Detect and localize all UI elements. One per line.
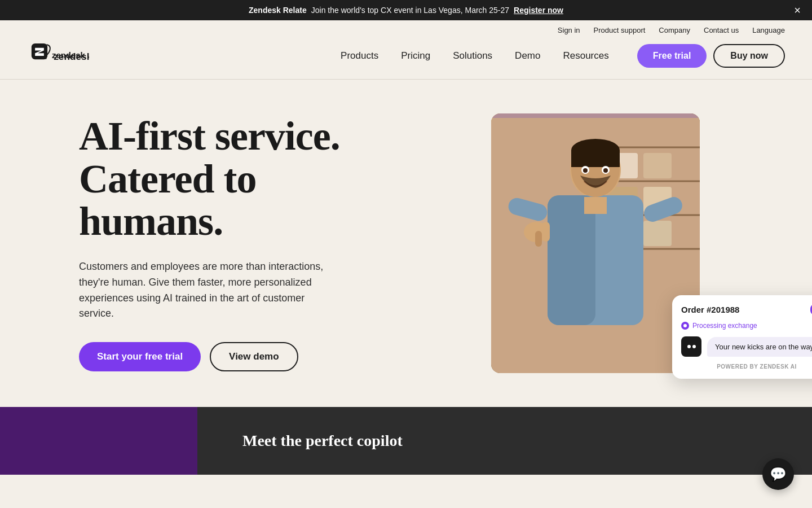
nav-products[interactable]: Products — [330, 46, 389, 66]
language-link[interactable]: Language — [752, 26, 785, 34]
svg-rect-29 — [542, 222, 550, 242]
hero-headline-line1: AI-first service. — [79, 113, 340, 159]
svg-point-24 — [583, 168, 588, 173]
svg-rect-17 — [548, 195, 595, 325]
announce-message: Join the world's top CX event in Las Veg… — [311, 6, 509, 15]
nav-resources[interactable]: Resources — [553, 46, 619, 66]
bottom-section: Meet the perfect copilot — [0, 407, 812, 475]
svg-rect-14 — [643, 221, 672, 246]
announce-brand: Zendesk Relate — [249, 6, 307, 15]
nav-links: Products Pricing Solutions Demo Resource… — [330, 46, 619, 66]
register-now-link[interactable]: Register now — [514, 6, 563, 15]
ai-card-order-title: Order #201988 — [681, 305, 739, 314]
copilot-label: Meet the perfect copilot — [242, 432, 403, 450]
nav-cta-group: Free trial Buy now — [637, 44, 785, 68]
hero-buttons: Start your free trial View demo — [79, 342, 372, 371]
hero-headline-line3: humans. — [79, 199, 223, 244]
hero-section: AI-first service. Catered to humans. Cus… — [0, 80, 812, 407]
bottom-right-dark: Meet the perfect copilot — [197, 407, 812, 475]
svg-rect-21 — [571, 150, 620, 167]
nav-demo[interactable]: Demo — [505, 46, 550, 66]
svg-rect-31 — [491, 113, 700, 118]
sign-in-link[interactable]: Sign in — [558, 26, 580, 34]
ai-card-header: Order #201988 AI ✦ — [681, 304, 812, 315]
hero-image — [491, 113, 700, 373]
nav-pricing[interactable]: Pricing — [391, 46, 440, 66]
svg-rect-30 — [535, 231, 542, 247]
chat-bubble: Your new kicks are on the way! — [707, 337, 812, 357]
ai-chat-card: Order #201988 AI ✦ Processing exchange Y… — [672, 295, 812, 379]
main-nav: zendesk zendesk Products Pricing Solutio… — [0, 37, 812, 79]
hero-headline: AI-first service. Catered to humans. — [79, 115, 372, 243]
svg-rect-18 — [584, 197, 607, 214]
svg-point-25 — [603, 168, 608, 173]
avatar-dots — [687, 345, 696, 348]
svg-point-32 — [683, 324, 687, 327]
company-link[interactable]: Company — [659, 26, 690, 34]
chat-widget-icon: 💬 — [770, 466, 787, 475]
product-support-link[interactable]: Product support — [594, 26, 646, 34]
announce-close-button[interactable]: × — [794, 5, 801, 16]
hero-headline-line2: Catered to — [79, 156, 257, 202]
ai-card-footer: POWERED BY ZENDESK AI — [681, 364, 812, 370]
logo[interactable]: zendesk zendesk — [27, 41, 89, 70]
ai-processing-label: Processing exchange — [692, 322, 757, 330]
chat-avatar — [681, 336, 701, 357]
start-free-trial-button[interactable]: Start your free trial — [79, 342, 201, 371]
utility-nav: Sign in Product support Company Contact … — [0, 20, 812, 37]
svg-text:zendesk: zendesk — [52, 50, 86, 60]
ai-chat-row: Your new kicks are on the way! — [681, 336, 812, 357]
hero-subtext: Customers and employees are more than in… — [79, 259, 338, 322]
hero-left: AI-first service. Catered to humans. Cus… — [79, 115, 372, 371]
announcement-bar: Zendesk Relate Join the world's top CX e… — [0, 0, 812, 20]
svg-rect-10 — [643, 153, 672, 178]
hero-right: Order #201988 AI ✦ Processing exchange Y… — [406, 113, 785, 373]
ai-processing-row: Processing exchange — [681, 322, 812, 330]
view-demo-button[interactable]: View demo — [210, 342, 298, 371]
free-trial-button[interactable]: Free trial — [637, 44, 707, 68]
nav-solutions[interactable]: Solutions — [443, 46, 502, 66]
buy-now-button[interactable]: Buy now — [713, 44, 785, 68]
ai-processing-dot — [681, 322, 689, 330]
contact-us-link[interactable]: Contact us — [704, 26, 739, 34]
bottom-left-purple — [0, 407, 197, 475]
